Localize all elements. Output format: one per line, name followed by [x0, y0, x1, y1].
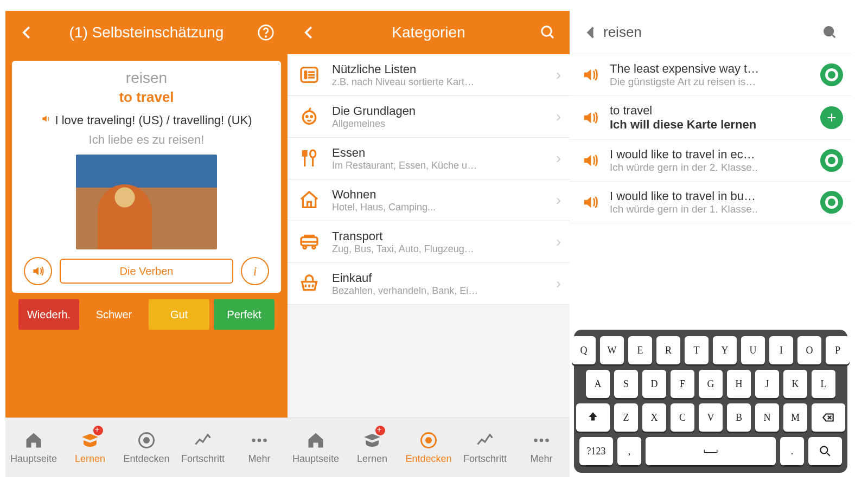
result-title: I would like to travel in ec… — [610, 147, 813, 162]
result-subtitle: Ich würde gern in der 2. Klasse.. — [610, 162, 813, 174]
key-d[interactable]: D — [642, 370, 666, 398]
play-audio-button[interactable] — [578, 106, 602, 130]
tab-progress[interactable]: Fortschritt — [457, 418, 513, 477]
result-title: I would like to travel in bu… — [610, 189, 813, 203]
key-p[interactable]: P — [826, 336, 850, 364]
back-button[interactable] — [579, 21, 603, 44]
play-audio-button[interactable] — [578, 63, 602, 87]
key-n[interactable]: N — [755, 403, 779, 432]
category-row[interactable]: Die GrundlagenAllgemeines› — [288, 96, 570, 138]
food-icon — [296, 145, 322, 171]
key-a[interactable]: A — [586, 370, 610, 398]
key-space[interactable] — [646, 437, 776, 465]
key-m[interactable]: M — [783, 403, 807, 432]
key-symbols[interactable]: ?123 — [579, 437, 613, 465]
example-de: Ich liebe es zu reisen! — [89, 133, 205, 147]
play-audio-button[interactable] — [24, 257, 52, 285]
key-f[interactable]: F — [671, 370, 694, 398]
category-subtitle: Hotel, Haus, Camping... — [332, 202, 506, 213]
tab-learn[interactable]: Lernen — [62, 418, 118, 477]
tab-learn[interactable]: Lernen — [344, 418, 400, 477]
key-q[interactable]: Q — [572, 336, 596, 364]
search-input[interactable]: reisen — [603, 24, 818, 41]
tab-more[interactable]: Mehr — [231, 418, 288, 477]
target-button[interactable] — [820, 149, 843, 172]
key-e[interactable]: E — [628, 336, 652, 364]
key-j[interactable]: J — [755, 370, 779, 398]
svg-point-16 — [303, 246, 306, 248]
back-button[interactable] — [297, 21, 321, 44]
key-c[interactable]: C — [671, 403, 694, 432]
tab-discover[interactable]: Entdecken — [400, 418, 457, 477]
category-row[interactable]: TransportZug, Bus, Taxi, Auto, Flugzeug…… — [288, 221, 570, 263]
key-k[interactable]: K — [783, 370, 807, 398]
header-title: (1) Selbsteinschätzung — [69, 24, 224, 41]
key-h[interactable]: H — [727, 370, 751, 398]
key-r[interactable]: R — [656, 336, 680, 364]
category-subtitle: Im Restaurant, Essen, Küche u… — [332, 160, 506, 171]
results-list: The least expensive way t…Die günstigste… — [570, 54, 852, 325]
home-icon — [296, 187, 322, 213]
svg-point-22 — [545, 439, 549, 442]
result-row[interactable]: I would like to travel in bu…Ich würde g… — [570, 182, 852, 223]
key-shift[interactable] — [576, 403, 610, 432]
target-button[interactable] — [820, 191, 843, 214]
back-button[interactable] — [15, 21, 39, 44]
category-row[interactable]: Nützliche Listenz.B. nach Niveau sortier… — [288, 54, 570, 96]
tab-home[interactable]: Hauptseite — [288, 418, 344, 477]
tab-progress[interactable]: Fortschritt — [175, 418, 231, 477]
flashcard-image — [76, 155, 217, 249]
result-subtitle: Die günstigste Art zu reisen is… — [610, 76, 813, 88]
audio-icon[interactable] — [41, 113, 52, 127]
key-t[interactable]: T — [685, 336, 709, 364]
category-title: Transport — [332, 229, 546, 243]
key-v[interactable]: V — [699, 403, 723, 432]
category-row[interactable]: WohnenHotel, Haus, Camping...› — [288, 179, 570, 221]
target-button[interactable] — [820, 63, 843, 86]
svg-point-10 — [305, 74, 307, 75]
rate-again[interactable]: Wiederh. — [18, 299, 79, 330]
screen-selfcheck: (1) Selbsteinschätzung reisen to travel … — [5, 11, 288, 477]
key-u[interactable]: U — [741, 336, 765, 364]
tab-more[interactable]: Mehr — [513, 418, 570, 477]
key-search[interactable] — [808, 437, 842, 465]
result-row[interactable]: The least expensive way t…Die günstigste… — [570, 54, 852, 96]
key-y[interactable]: Y — [713, 336, 737, 364]
key-backspace[interactable] — [812, 403, 845, 432]
svg-point-5 — [258, 439, 261, 442]
rate-good[interactable]: Gut — [149, 299, 209, 330]
key-g[interactable]: G — [699, 370, 723, 398]
search-button[interactable] — [536, 21, 560, 44]
tab-discover[interactable]: Entdecken — [118, 418, 175, 477]
tab-home[interactable]: Hauptseite — [5, 418, 62, 477]
key-x[interactable]: X — [642, 403, 666, 432]
chevron-right-icon: › — [556, 275, 561, 292]
rate-perfect[interactable]: Perfekt — [214, 299, 275, 330]
key-s[interactable]: S — [614, 370, 638, 398]
key-b[interactable]: B — [727, 403, 751, 432]
category-row[interactable]: EinkaufBezahlen, verhandeln, Bank, Ei…› — [288, 263, 570, 305]
svg-point-14 — [311, 116, 312, 118]
result-row[interactable]: I would like to travel in ec…Ich würde g… — [570, 140, 852, 182]
key-period[interactable]: . — [780, 437, 804, 465]
key-i[interactable]: I — [769, 336, 793, 364]
info-button[interactable]: i — [241, 257, 269, 285]
svg-point-13 — [307, 116, 308, 118]
help-button[interactable] — [254, 21, 278, 44]
result-row[interactable]: to travelIch will diese Karte lernen+ — [570, 96, 852, 140]
key-z[interactable]: Z — [614, 403, 638, 432]
play-audio-button[interactable] — [578, 149, 602, 172]
key-l[interactable]: L — [812, 370, 835, 398]
key-o[interactable]: O — [797, 336, 821, 364]
search-icon[interactable] — [818, 21, 842, 44]
add-button[interactable]: + — [820, 106, 843, 129]
rate-hard[interactable]: Schwer — [84, 299, 144, 330]
tab-bar: Hauptseite Lernen Entdecken Fortschritt … — [288, 418, 570, 477]
chevron-right-icon: › — [556, 191, 561, 209]
play-audio-button[interactable] — [578, 190, 602, 214]
search-header: reisen — [570, 11, 852, 54]
category-chip[interactable]: Die Verben — [60, 259, 233, 284]
key-w[interactable]: W — [600, 336, 624, 364]
key-comma[interactable]: , — [617, 437, 641, 465]
category-row[interactable]: EssenIm Restaurant, Essen, Küche u…› — [288, 138, 570, 179]
